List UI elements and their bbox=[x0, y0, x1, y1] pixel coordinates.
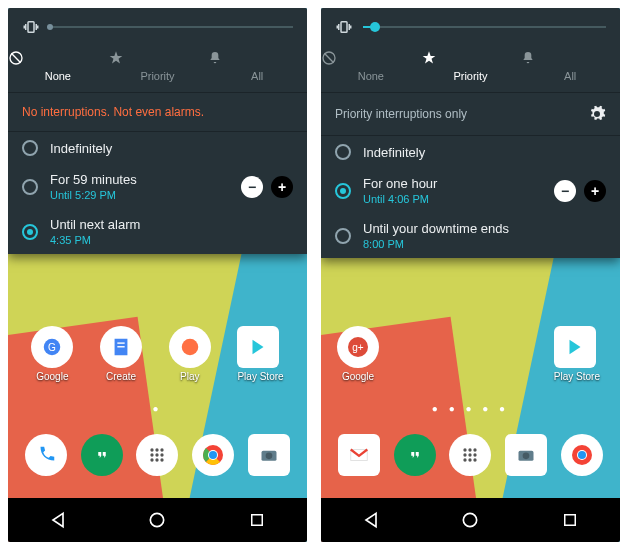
app-play-store[interactable]: Play Store bbox=[554, 326, 600, 382]
option-until-alarm[interactable]: Until next alarm 4:35 PM bbox=[8, 209, 307, 254]
svg-point-8 bbox=[151, 448, 154, 451]
dock-app-drawer[interactable] bbox=[136, 434, 178, 476]
volume-row bbox=[8, 8, 307, 42]
svg-point-9 bbox=[156, 448, 159, 451]
option-label: For 59 minutes bbox=[50, 172, 229, 187]
tab-priority[interactable]: Priority bbox=[421, 42, 521, 92]
svg-point-21 bbox=[209, 451, 217, 459]
dock-chrome[interactable] bbox=[192, 434, 234, 476]
bell-icon bbox=[520, 50, 620, 66]
nav-recent[interactable] bbox=[559, 509, 581, 531]
increment-button[interactable]: + bbox=[584, 180, 606, 202]
nav-home[interactable] bbox=[459, 509, 481, 531]
svg-text:G: G bbox=[48, 342, 56, 353]
tab-all[interactable]: All bbox=[207, 42, 307, 92]
radio-icon bbox=[335, 183, 351, 199]
app-label: Google bbox=[31, 371, 73, 382]
option-subtext: 8:00 PM bbox=[363, 238, 606, 250]
svg-point-41 bbox=[523, 453, 530, 460]
block-icon bbox=[8, 50, 108, 66]
radio-icon bbox=[22, 179, 38, 195]
tab-priority-label: Priority bbox=[453, 70, 487, 82]
svg-point-33 bbox=[474, 448, 477, 451]
navigation-bar bbox=[8, 498, 307, 542]
svg-rect-6 bbox=[117, 346, 124, 347]
svg-point-14 bbox=[151, 458, 154, 461]
dock-gmail[interactable] bbox=[338, 434, 380, 476]
dock-row bbox=[8, 434, 307, 476]
svg-rect-46 bbox=[565, 515, 576, 526]
radio-icon bbox=[335, 228, 351, 244]
dock-hangouts[interactable] bbox=[394, 434, 436, 476]
svg-point-24 bbox=[151, 513, 164, 526]
svg-point-37 bbox=[464, 458, 467, 461]
status-message: No interruptions. Not even alarms. bbox=[22, 105, 204, 119]
svg-point-13 bbox=[161, 453, 164, 456]
dock-app-drawer[interactable] bbox=[449, 434, 491, 476]
tab-none-label: None bbox=[358, 70, 384, 82]
screenshot-left: None Priority All No interruptions. Not … bbox=[8, 8, 307, 542]
radio-icon bbox=[22, 224, 38, 240]
nav-back[interactable] bbox=[360, 509, 382, 531]
mode-tabs: None Priority All bbox=[321, 42, 620, 93]
option-label: Until next alarm bbox=[50, 217, 293, 232]
svg-point-45 bbox=[464, 513, 477, 526]
option-indefinitely[interactable]: Indefinitely bbox=[321, 136, 620, 168]
dock-hangouts[interactable] bbox=[81, 434, 123, 476]
app-play-store[interactable]: Play Store bbox=[237, 326, 283, 382]
tab-all-label: All bbox=[251, 70, 263, 82]
decrement-button[interactable]: − bbox=[241, 176, 263, 198]
app-label: Create bbox=[100, 371, 142, 382]
tab-none-label: None bbox=[45, 70, 71, 82]
svg-point-31 bbox=[464, 448, 467, 451]
app-play[interactable]: Play bbox=[169, 326, 211, 382]
svg-point-44 bbox=[578, 451, 586, 459]
decrement-button[interactable]: − bbox=[554, 180, 576, 202]
app-google[interactable]: GGoogle bbox=[31, 326, 73, 382]
app-google-plus[interactable]: g+Google bbox=[337, 326, 379, 382]
interruption-panel: None Priority All No interruptions. Not … bbox=[8, 8, 307, 254]
svg-point-35 bbox=[469, 453, 472, 456]
svg-point-16 bbox=[161, 458, 164, 461]
svg-point-39 bbox=[474, 458, 477, 461]
status-message-row: Priority interruptions only bbox=[321, 93, 620, 136]
option-subtext: Until 5:29 PM bbox=[50, 189, 229, 201]
tab-all-label: All bbox=[564, 70, 576, 82]
app-label: Google bbox=[337, 371, 379, 382]
app-label: Play Store bbox=[237, 371, 283, 382]
page-indicator: ● bbox=[8, 403, 307, 414]
nav-home[interactable] bbox=[146, 509, 168, 531]
svg-point-32 bbox=[469, 448, 472, 451]
nav-back[interactable] bbox=[47, 509, 69, 531]
option-for-duration[interactable]: For 59 minutes Until 5:29 PM − + bbox=[8, 164, 307, 209]
app-row-folders: g+Google Play Store bbox=[321, 326, 620, 382]
dock-phone[interactable] bbox=[25, 434, 67, 476]
tab-none[interactable]: None bbox=[321, 42, 421, 92]
option-for-duration[interactable]: For one hour Until 4:06 PM − + bbox=[321, 168, 620, 213]
svg-point-12 bbox=[156, 453, 159, 456]
svg-text:g+: g+ bbox=[352, 342, 364, 353]
dock-camera[interactable] bbox=[248, 434, 290, 476]
svg-point-10 bbox=[161, 448, 164, 451]
dock-chrome[interactable] bbox=[561, 434, 603, 476]
volume-slider[interactable] bbox=[363, 26, 606, 28]
volume-slider[interactable] bbox=[50, 26, 293, 28]
option-until-downtime[interactable]: Until your downtime ends 8:00 PM bbox=[321, 213, 620, 258]
settings-button[interactable] bbox=[588, 105, 606, 123]
increment-button[interactable]: + bbox=[271, 176, 293, 198]
nav-recent[interactable] bbox=[246, 509, 268, 531]
page-indicator: ● ● ● ● ● bbox=[321, 403, 620, 414]
dock-camera[interactable] bbox=[505, 434, 547, 476]
tab-priority[interactable]: Priority bbox=[108, 42, 208, 92]
radio-icon bbox=[335, 144, 351, 160]
svg-rect-5 bbox=[117, 342, 124, 343]
star-icon bbox=[108, 50, 208, 66]
app-create[interactable]: Create bbox=[100, 326, 142, 382]
star-icon bbox=[421, 50, 521, 66]
block-icon bbox=[321, 50, 421, 66]
tab-all[interactable]: All bbox=[520, 42, 620, 92]
option-indefinitely[interactable]: Indefinitely bbox=[8, 132, 307, 164]
tab-priority-label: Priority bbox=[140, 70, 174, 82]
tab-none[interactable]: None bbox=[8, 42, 108, 92]
option-subtext: Until 4:06 PM bbox=[363, 193, 542, 205]
